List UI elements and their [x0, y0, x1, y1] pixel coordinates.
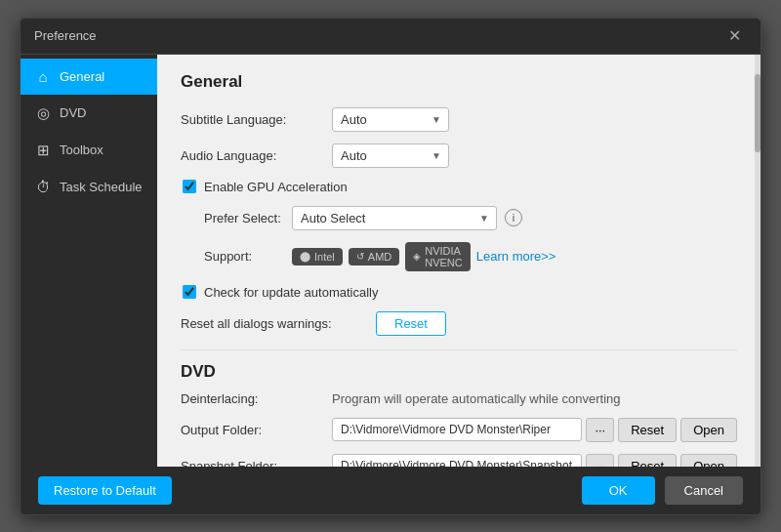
snapshot-folder-open-button[interactable]: Open [680, 454, 737, 467]
ok-button[interactable]: OK [582, 476, 655, 505]
deinterlacing-label: Deinterlacing: [181, 391, 332, 406]
snapshot-folder-input[interactable] [332, 454, 582, 467]
reset-dialogs-button[interactable]: Reset [376, 311, 446, 336]
amd-icon: ↺ [356, 251, 364, 262]
intel-badge: ⬤ Intel [292, 248, 343, 266]
content-area: General Subtitle Language: Auto ▼ Audio … [157, 55, 760, 467]
prefer-row: Prefer Select: Auto Select ▼ i [204, 206, 737, 230]
subtitle-language-row: Subtitle Language: Auto ▼ [181, 107, 737, 132]
sidebar: ⌂ General ◎ DVD ⊞ Toolbox ⏱ Task Schedul… [21, 55, 157, 467]
home-icon: ⌂ [34, 68, 52, 85]
audio-language-row: Audio Language: Auto ▼ [181, 143, 737, 168]
snapshot-folder-label: Snapshot Folder: [181, 459, 332, 467]
content-wrapper: General Subtitle Language: Auto ▼ Audio … [157, 55, 760, 467]
nvidia-icon: ◈ [413, 251, 421, 262]
sidebar-label-dvd: DVD [60, 105, 86, 120]
gpu-checkbox-row: Enable GPU Acceleration [183, 180, 737, 194]
output-folder-input[interactable] [332, 418, 582, 441]
deinterlacing-row: Deinterlacing: Program will operate auto… [181, 391, 737, 406]
output-folder-label: Output Folder: [181, 423, 332, 437]
reset-dialogs-row: Reset all dialogs warnings: Reset [181, 311, 737, 336]
check-update-row: Check for update automatically [183, 285, 737, 300]
general-section-title: General [181, 72, 737, 92]
prefer-select[interactable]: Auto Select [292, 206, 497, 230]
deinterlacing-value: Program will operate automatically while… [332, 391, 621, 406]
sidebar-item-general[interactable]: ⌂ General [21, 59, 157, 95]
sidebar-item-dvd[interactable]: ◎ DVD [21, 95, 157, 132]
schedule-icon: ⏱ [34, 179, 52, 195]
audio-select[interactable]: Auto [332, 143, 449, 168]
snapshot-folder-dots-button[interactable]: ··· [586, 454, 614, 467]
sidebar-item-task-schedule[interactable]: ⏱ Task Schedule [21, 169, 157, 205]
prefer-select-wrap: Auto Select ▼ [292, 206, 497, 230]
scrollbar[interactable] [755, 55, 760, 467]
output-folder-open-button[interactable]: Open [680, 418, 737, 442]
nvidia-badge: ◈ NVIDIANVENC [405, 242, 471, 271]
toolbox-icon: ⊞ [34, 142, 52, 159]
footer-right: OK Cancel [582, 476, 743, 505]
restore-default-button[interactable]: Restore to Default [38, 476, 172, 505]
gpu-label[interactable]: Enable GPU Acceleration [204, 180, 348, 194]
title-bar: Preference ✕ [21, 19, 760, 55]
reset-dialogs-label: Reset all dialogs warnings: [181, 316, 376, 331]
output-folder-row: Output Folder: ··· Reset Open [181, 418, 737, 442]
cancel-button[interactable]: Cancel [665, 476, 743, 505]
subtitle-label: Subtitle Language: [181, 112, 332, 127]
snapshot-folder-reset-button[interactable]: Reset [618, 454, 677, 467]
dialog-title: Preference [34, 28, 97, 43]
subtitle-select-wrap: Auto ▼ [332, 107, 449, 132]
support-label: Support: [204, 249, 292, 264]
snapshot-folder-row: Snapshot Folder: ··· Reset Open [181, 454, 737, 467]
amd-badge: ↺ AMD [349, 248, 399, 266]
prefer-label: Prefer Select: [204, 211, 292, 225]
output-folder-dots-button[interactable]: ··· [586, 418, 614, 442]
learn-more-link[interactable]: Learn more>> [476, 249, 556, 264]
sidebar-label-toolbox: Toolbox [60, 143, 103, 157]
support-row: Support: ⬤ Intel ↺ AMD ◈ NVIDIANVENC Lea… [204, 242, 737, 271]
dialog-body: ⌂ General ◎ DVD ⊞ Toolbox ⏱ Task Schedul… [21, 55, 760, 467]
intel-icon: ⬤ [300, 251, 310, 262]
close-button[interactable]: ✕ [722, 26, 747, 46]
sidebar-label-general: General [60, 69, 104, 84]
dvd-section-title: DVD [181, 349, 737, 382]
subtitle-select[interactable]: Auto [332, 107, 449, 132]
scrollbar-thumb[interactable] [755, 74, 760, 152]
check-update-label[interactable]: Check for update automatically [204, 285, 378, 300]
audio-select-wrap: Auto ▼ [332, 143, 449, 168]
sidebar-item-toolbox[interactable]: ⊞ Toolbox [21, 132, 157, 169]
check-update-checkbox[interactable] [183, 285, 196, 299]
output-folder-reset-button[interactable]: Reset [618, 418, 677, 442]
audio-label: Audio Language: [181, 148, 332, 163]
dvd-icon: ◎ [34, 104, 52, 122]
sidebar-label-task-schedule: Task Schedule [60, 180, 143, 194]
dialog-footer: Restore to Default OK Cancel [21, 467, 760, 514]
gpu-checkbox[interactable] [183, 180, 196, 193]
info-icon[interactable]: i [505, 209, 522, 226]
